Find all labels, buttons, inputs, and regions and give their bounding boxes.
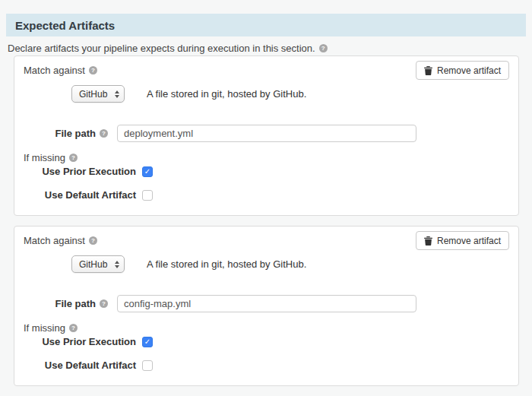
remove-artifact-button[interactable]: Remove artifact <box>416 61 509 80</box>
section-description-text: Declare artifacts your pipeline expects … <box>8 43 315 54</box>
if-missing-text: If missing <box>24 152 65 163</box>
section-description: Declare artifacts your pipeline expects … <box>8 43 524 54</box>
expected-artifact-card: Match against ? Remove artifact GitHub A… <box>14 55 519 216</box>
kind-description: A file stored in git, hosted by GitHub. <box>147 258 306 270</box>
use-default-artifact-row: Use Default Artifact ✓ <box>24 359 509 372</box>
help-icon[interactable]: ? <box>69 154 78 162</box>
section-title: Expected Artifacts <box>15 19 115 32</box>
artifact-kind-select[interactable]: GitHub <box>71 255 125 273</box>
select-caret-icon <box>115 261 119 268</box>
file-path-label: File path ? <box>24 128 108 139</box>
selected-kind-value: GitHub <box>79 89 107 100</box>
card-header-row: Match against ? Remove artifact <box>24 61 509 80</box>
checkmark-icon: ✓ <box>144 168 150 176</box>
help-icon[interactable]: ? <box>89 236 97 245</box>
use-default-artifact-row: Use Default Artifact ✓ <box>24 188 509 201</box>
file-path-input[interactable] <box>117 295 416 312</box>
match-against-text: Match against <box>24 235 85 246</box>
if-missing-text: If missing <box>24 322 65 334</box>
match-against-label: Match against ? <box>24 235 97 246</box>
remove-artifact-button[interactable]: Remove artifact <box>416 231 509 250</box>
checkmark-icon: ✓ <box>144 338 150 346</box>
help-icon[interactable]: ? <box>100 129 108 138</box>
kind-description: A file stored in git, hosted by GitHub. <box>147 88 306 100</box>
use-prior-execution-label: Use Prior Execution <box>24 166 136 177</box>
match-against-label: Match against ? <box>24 65 97 76</box>
artifact-kind-select[interactable]: GitHub <box>71 85 125 103</box>
if-missing-label: If missing ? <box>24 322 509 334</box>
use-default-artifact-label: Use Default Artifact <box>24 360 136 371</box>
match-against-text: Match against <box>24 65 85 76</box>
file-path-input[interactable] <box>117 125 416 142</box>
help-icon[interactable]: ? <box>319 44 328 52</box>
use-default-artifact-checkbox[interactable]: ✓ <box>142 190 153 201</box>
file-path-label: File path ? <box>24 298 108 309</box>
expected-artifact-card: Match against ? Remove artifact GitHub A… <box>14 226 519 386</box>
file-path-label-text: File path <box>55 128 96 139</box>
use-prior-execution-label: Use Prior Execution <box>24 336 136 347</box>
use-default-artifact-checkbox[interactable]: ✓ <box>142 360 153 371</box>
remove-artifact-label: Remove artifact <box>437 236 501 246</box>
remove-artifact-label: Remove artifact <box>437 65 501 76</box>
use-prior-execution-row: Use Prior Execution ✓ <box>24 165 509 178</box>
use-prior-execution-checkbox[interactable]: ✓ <box>142 337 153 347</box>
artifact-kind-row: GitHub A file stored in git, hosted by G… <box>24 255 509 273</box>
if-missing-label: If missing ? <box>24 152 509 163</box>
file-path-label-text: File path <box>55 298 96 309</box>
card-header-row: Match against ? Remove artifact <box>24 231 509 250</box>
select-caret-icon <box>115 90 119 98</box>
help-icon[interactable]: ? <box>100 299 108 308</box>
use-prior-execution-row: Use Prior Execution ✓ <box>24 335 509 348</box>
trash-icon <box>424 66 432 75</box>
help-icon[interactable]: ? <box>69 324 78 332</box>
use-prior-execution-checkbox[interactable]: ✓ <box>142 166 153 177</box>
section-header: Expected Artifacts <box>6 14 526 36</box>
help-icon[interactable]: ? <box>89 66 97 74</box>
trash-icon <box>424 236 432 246</box>
selected-kind-value: GitHub <box>79 259 107 270</box>
file-path-row: File path ? <box>24 295 509 312</box>
artifact-kind-row: GitHub A file stored in git, hosted by G… <box>24 85 509 103</box>
use-default-artifact-label: Use Default Artifact <box>24 189 136 201</box>
file-path-row: File path ? <box>24 125 509 142</box>
